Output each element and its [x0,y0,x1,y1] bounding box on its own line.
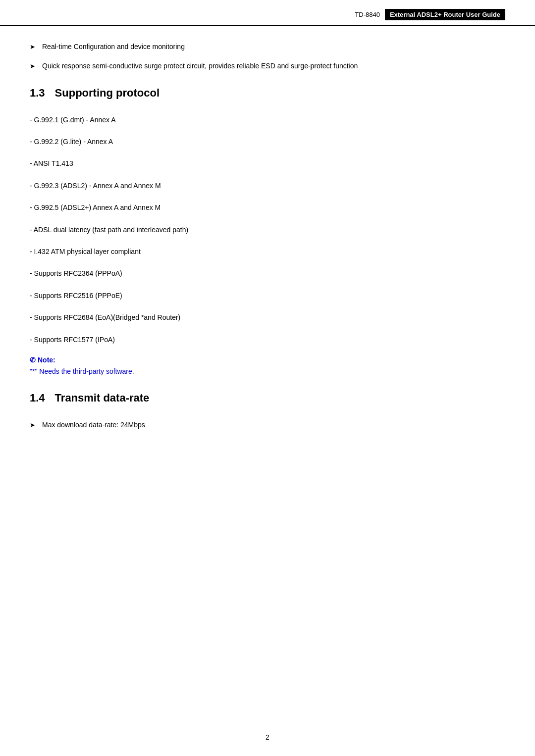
page-container: TD-8840 External ADSL2+ Router User Guid… [0,0,535,756]
bullet-text-1: Real-time Configuration and device monit… [42,41,505,52]
section-1-3-title: Supporting protocol [55,87,160,99]
note-icon: ✆ [30,356,36,364]
note-label-text: Note: [38,356,55,364]
protocol-item-4: - G.992.3 (ADSL2) - Annex A and Annex M [30,180,505,191]
section-1-3-number: 1.3 [30,87,45,99]
transmit-item-1: ➤ Max download data-rate: 24Mbps [30,419,505,431]
transmit-text-1: Max download data-rate: 24Mbps [42,419,505,430]
protocol-item-9: - Supports RFC2516 (PPPoE) [30,290,505,301]
header-title: External ADSL2+ Router User Guide [385,9,505,20]
page-header: TD-8840 External ADSL2+ Router User Guid… [0,0,535,26]
protocol-item-1: - G.992.1 (G.dmt) - Annex A [30,114,505,125]
page-number: 2 [0,733,535,741]
section-1-4-title: Transmit data-rate [55,392,150,404]
protocol-item-8: - Supports RFC2364 (PPPoA) [30,268,505,279]
protocol-item-3: - ANSI T1.413 [30,158,505,169]
bullet-arrow-2: ➤ [30,61,35,72]
bullet-item-2: ➤ Quick response semi-conductive surge p… [30,60,505,72]
bullet-item-1: ➤ Real-time Configuration and device mon… [30,41,505,52]
section-1-4-heading: 1.4Transmit data-rate [30,392,505,404]
note-text: "*" Needs the third-party software. [30,366,505,377]
protocol-item-6: - ADSL dual latency (fast path and inter… [30,224,505,235]
section-1-4-number: 1.4 [30,392,45,404]
page-content: ➤ Real-time Configuration and device mon… [0,41,535,468]
protocol-item-11: - Supports RFC1577 (IPoA) [30,334,505,345]
note-label: ✆Note: [30,356,505,364]
protocol-item-7: - I.432 ATM physical layer compliant [30,246,505,257]
section-1-3-heading: 1.3Supporting protocol [30,87,505,100]
bullet-text-2: Quick response semi-conductive surge pro… [42,60,505,71]
protocol-item-5: - G.992.5 (ADSL2+) Annex A and Annex M [30,202,505,213]
bullet-arrow-1: ➤ [30,42,35,52]
protocol-item-2: - G.992.2 (G.lite) - Annex A [30,136,505,147]
header-model: TD-8840 [355,11,380,18]
transmit-arrow-1: ➤ [30,420,35,431]
protocol-item-10: - Supports RFC2684 (EoA)(Bridged *and Ro… [30,312,505,323]
note-section: ✆Note: "*" Needs the third-party softwar… [30,356,505,377]
